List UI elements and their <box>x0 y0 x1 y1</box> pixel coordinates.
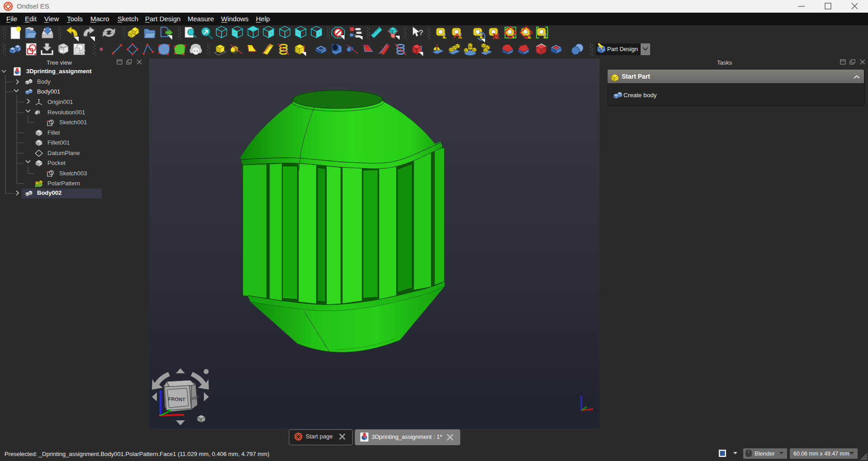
svg-text:?: ? <box>419 28 423 37</box>
svg-text:Part Design: Part Design <box>607 46 638 52</box>
svg-text:FRONT: FRONT <box>168 396 186 402</box>
svg-text:x: x <box>594 408 596 412</box>
svg-text:y: y <box>587 402 590 407</box>
svg-text:z: z <box>580 390 583 395</box>
